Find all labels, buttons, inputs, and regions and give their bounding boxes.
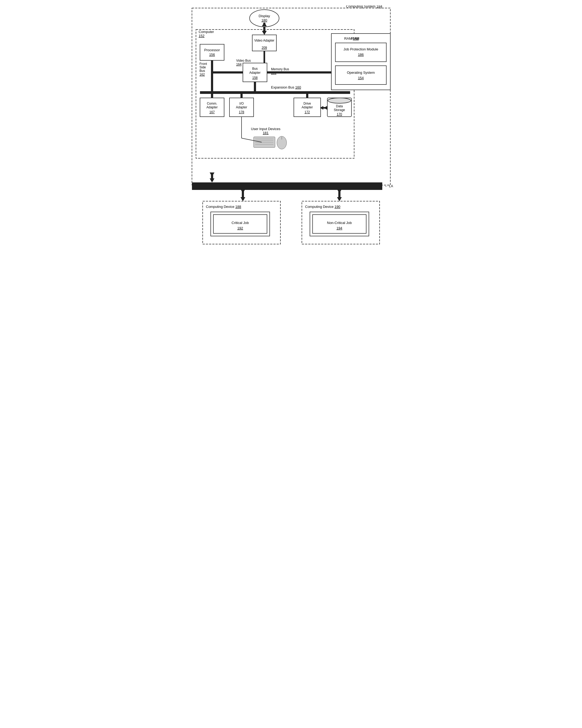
comm-adapter-number: 167 (209, 110, 215, 114)
os-label: Operating System (347, 71, 375, 75)
main-diagram: Computing System 184 Display 180 Compute… (189, 5, 393, 260)
io-adapter-label2: Adapter (235, 105, 247, 109)
drive-adapter-number: 172 (304, 110, 310, 114)
drive-adapter-label1: Drive (303, 102, 311, 105)
lan-bar (192, 182, 382, 190)
front-side-bus-label3: Bus (199, 69, 205, 73)
front-side-bus-label: Front (199, 62, 207, 66)
data-storage-label1: Data (336, 104, 343, 108)
non-critical-job-label: Non-Critical Job (327, 221, 352, 225)
computing-system-label: Computing System 184 (346, 5, 382, 8)
data-storage-number: 170 (336, 112, 342, 116)
lan-to-dev2-arrowdown (337, 197, 342, 201)
data-storage-label2: Storage (333, 108, 345, 112)
bus-adapter-label: Bus (252, 67, 258, 71)
ram-title-full: RAM 168 (344, 36, 358, 41)
video-adapter-number: 209 (261, 46, 267, 50)
video-adapter-label: Video Adapter (254, 38, 274, 43)
critical-job-number: 192 (237, 226, 243, 230)
job-protection-number: 186 (358, 53, 364, 57)
user-input-number: 181 (263, 131, 269, 135)
drive-adapter-label2: Adapter (301, 105, 312, 109)
bus-adapter-number: 158 (252, 76, 257, 80)
operating-system-box (335, 66, 386, 84)
critical-job-label: Critical Job (231, 221, 249, 225)
non-critical-job-number: 194 (336, 226, 342, 230)
processor-label: Processor (204, 48, 220, 52)
video-bus-label: Video Bus (236, 59, 251, 62)
comm-adapter-label2: Adapter (206, 105, 217, 109)
display-number: 180 (261, 18, 267, 22)
display-arrowhead-down (262, 31, 267, 35)
lan-to-dev1-arrowdown (241, 197, 245, 201)
job-protection-label: Job Protection Module (343, 47, 378, 51)
processor-number: 156 (209, 53, 215, 57)
display-label: Display (258, 14, 270, 18)
video-bus-number: 164 (236, 62, 242, 66)
front-side-bus-label2: Side (199, 66, 206, 69)
memory-bus-label: Memory Bus (271, 67, 289, 71)
computer-number: 152 (199, 34, 204, 38)
processor-box (200, 44, 224, 60)
comm-to-lan-arrowdown (210, 178, 215, 182)
job-protection-module-box (335, 43, 386, 62)
diagram-container: Computing System 184 Display 180 Compute… (189, 5, 393, 261)
computer-label: Computer (199, 30, 214, 34)
computing-device-2-label: Computing Device 190 (305, 205, 340, 209)
bus-adapter-label2: Adapter (249, 71, 260, 75)
user-input-label: User Input Devices (251, 127, 280, 131)
io-adapter-number: 178 (239, 110, 244, 114)
data-storage-top (328, 98, 351, 103)
lan-label: ← LAN 100 (384, 184, 393, 188)
keyboard-icon (254, 137, 275, 148)
io-adapter-label1: I/O (239, 102, 243, 105)
computing-device-1-label: Computing Device 188 (206, 205, 241, 209)
os-number: 154 (358, 76, 364, 80)
comm-adapter-label1: Comm. (207, 102, 217, 105)
front-side-bus-number: 162 (199, 73, 205, 76)
expansion-bus-label: Expansion Bus 160 (271, 85, 301, 89)
